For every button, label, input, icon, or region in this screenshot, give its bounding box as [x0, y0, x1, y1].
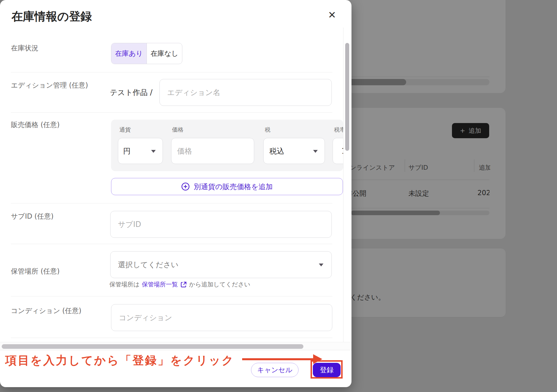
price-input[interactable]: 価格: [171, 138, 254, 164]
section-divider: [11, 338, 332, 338]
chevron-down-icon: [319, 264, 323, 266]
cancel-button[interactable]: キャンセル: [251, 363, 299, 377]
price-placeholder: 価格: [177, 146, 192, 156]
condition-label: コンディション (任意): [11, 306, 81, 315]
modal-vscrollbar-thumb[interactable]: [345, 43, 349, 151]
sub-id-label: サブID (任意): [11, 212, 54, 221]
stock-registration-modal: 在庫情報の登録 ✕ 在庫状況 在庫あり 在庫なし エディション管理 (任意) テ…: [0, 0, 351, 387]
toggle-out-of-stock[interactable]: 在庫なし: [147, 43, 182, 64]
section-divider: [11, 72, 332, 72]
tax-rate-input[interactable]: 10: [333, 138, 343, 164]
storage-location-list-link[interactable]: 保管場所一覧: [142, 280, 178, 288]
modal-hscrollbar-track[interactable]: [0, 342, 351, 350]
sub-id-input[interactable]: サブID: [110, 211, 332, 238]
edition-name-input[interactable]: エディション名: [159, 79, 332, 106]
price-field-label: 価格: [172, 126, 183, 134]
storage-location-select[interactable]: 選択してください: [110, 251, 332, 278]
section-divider: [11, 296, 332, 296]
modal-vscrollbar-track[interactable]: [343, 27, 351, 342]
stock-status-label: 在庫状況: [11, 43, 38, 53]
add-currency-price-button[interactable]: 別通貨の販売価格を追加: [111, 178, 343, 195]
currency-label: 通貨: [119, 126, 131, 134]
modal-hscrollbar-thumb[interactable]: [2, 344, 303, 349]
currency-select[interactable]: 円: [118, 138, 163, 164]
plus-circle-icon: [181, 182, 190, 191]
tax-select[interactable]: 税込: [263, 138, 325, 164]
condition-placeholder: コンディション: [119, 313, 172, 323]
helper-prefix: 保管場所は: [109, 280, 140, 288]
add-currency-label: 別通貨の販売価格を追加: [194, 182, 273, 191]
section-divider: [11, 244, 332, 244]
annotation-arrow-line: [242, 358, 314, 360]
submit-button[interactable]: 登録: [313, 363, 341, 377]
edition-prefix-text: テスト作品 /: [110, 88, 153, 98]
section-divider: [11, 112, 332, 113]
tax-label: 税: [265, 126, 270, 134]
tax-rate-label: 税率: [334, 126, 343, 134]
tax-value: 税込: [269, 146, 284, 156]
modal-title: 在庫情報の登録: [11, 9, 92, 24]
stock-status-toggle: 在庫あり 在庫なし: [111, 43, 182, 64]
currency-value: 円: [123, 146, 131, 156]
close-icon[interactable]: ✕: [325, 8, 339, 22]
edition-name-placeholder: エディション名: [167, 88, 220, 98]
storage-location-helper: 保管場所は 保管場所一覧 から追加してください: [109, 280, 250, 288]
price-label: 販売価格 (任意): [11, 120, 60, 129]
chevron-down-icon: [151, 150, 156, 153]
sub-id-placeholder: サブID: [118, 219, 141, 229]
footer-divider: [0, 350, 351, 350]
edition-label: エディション管理 (任意): [11, 81, 88, 90]
condition-input[interactable]: コンディション: [111, 304, 332, 331]
storage-location-placeholder: 選択してください: [118, 260, 179, 270]
external-link-icon[interactable]: [180, 281, 187, 288]
section-divider: [11, 203, 332, 203]
storage-location-label: 保管場所 (任意): [11, 267, 60, 276]
toggle-in-stock[interactable]: 在庫あり: [111, 43, 147, 64]
chevron-down-icon: [313, 150, 318, 153]
price-panel: 通貨 価格 税 税率 円 価格 税込 10: [111, 120, 343, 171]
annotation-text: 項目を入力してから「登録」をクリック: [5, 353, 234, 368]
helper-suffix: から追加してください: [189, 280, 250, 288]
